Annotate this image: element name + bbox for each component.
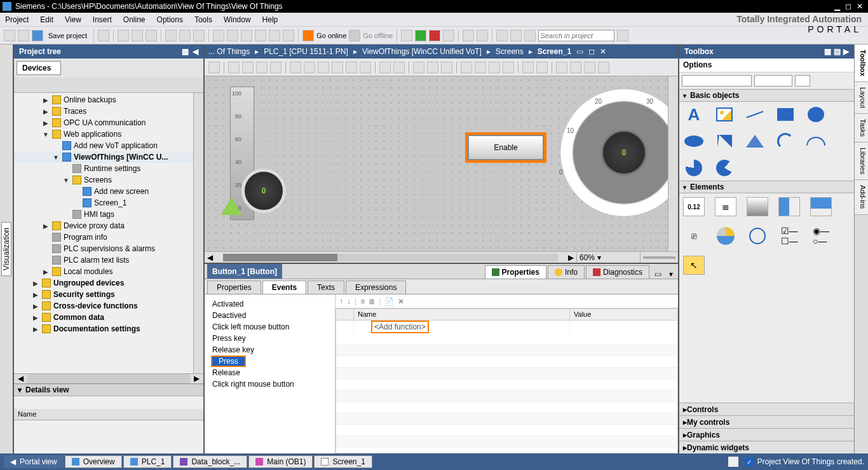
fn-indent-icon[interactable]: ≡ xyxy=(360,297,365,306)
upload-icon[interactable] xyxy=(227,30,238,41)
menu-help[interactable]: Help xyxy=(262,15,278,24)
events-list[interactable]: ActivatedDeactivedClick left mouse butto… xyxy=(205,294,336,453)
expand-icon[interactable]: ▶ xyxy=(32,303,39,310)
event-item[interactable]: Click left mouse button xyxy=(205,321,335,333)
tree-item[interactable]: ▶Common data xyxy=(14,312,193,323)
vtab-layout[interactable]: Layout xyxy=(855,82,868,114)
event-item[interactable]: Click right mouse button xyxy=(205,378,335,390)
tree-item[interactable]: Screen_1 xyxy=(14,197,193,209)
pointer-element[interactable]: ↖ xyxy=(683,256,705,275)
ctool-extra-icon[interactable] xyxy=(598,62,609,73)
tree-item[interactable]: ▶Ungrouped devices xyxy=(14,277,193,289)
redo-icon[interactable] xyxy=(193,30,205,41)
image-object[interactable] xyxy=(714,106,735,123)
menu-window[interactable]: Window xyxy=(224,15,251,24)
subtab-properties[interactable]: Properties xyxy=(207,280,261,294)
ctool-flip-v-icon[interactable] xyxy=(270,62,281,73)
menu-tools[interactable]: Tools xyxy=(194,15,212,24)
compile-icon[interactable] xyxy=(241,30,252,41)
expand-icon[interactable]: ▶ xyxy=(42,223,50,230)
subtab-expressions[interactable]: Expressions xyxy=(346,280,406,294)
circle-object[interactable] xyxy=(805,106,827,123)
visualization-tab[interactable]: Visualization xyxy=(1,222,11,276)
ctool-size-h-icon[interactable] xyxy=(427,62,438,73)
fn-down-icon[interactable]: ↓ xyxy=(347,297,351,306)
section-controls[interactable]: ▸Controls xyxy=(679,403,854,415)
style-select[interactable] xyxy=(795,75,810,86)
crumb-2[interactable]: ViewOfThings [WinCC Unified VoT] xyxy=(362,47,482,56)
accessible-devices-icon[interactable] xyxy=(401,30,412,41)
print-icon[interactable] xyxy=(98,30,109,41)
tree-item[interactable]: ▶Local modules xyxy=(14,266,193,277)
search-go-icon[interactable] xyxy=(617,30,628,41)
task-overview[interactable]: Overview xyxy=(65,455,122,468)
panel-collapse-icon[interactable]: ◀ xyxy=(193,47,198,56)
function-table[interactable]: Name Value <Add function> xyxy=(336,308,678,453)
switch-element[interactable] xyxy=(778,197,800,216)
expand-icon[interactable]: ▶ xyxy=(32,314,39,321)
gauge-widget[interactable]: 0 0 10 20 30 40 50 xyxy=(560,89,668,216)
tree-item[interactable]: ▶Online backups xyxy=(14,94,193,106)
simulate-icon[interactable] xyxy=(255,30,266,41)
left-vertical-tab[interactable]: Visualization xyxy=(0,45,14,453)
canvas-hscroll-left[interactable]: ◀ xyxy=(205,253,215,262)
go-online-label[interactable]: Go online xyxy=(316,32,346,39)
vtab-toolbox[interactable]: Toolbox xyxy=(855,45,868,82)
menu-project[interactable]: Project xyxy=(5,15,29,24)
radio-element[interactable]: ◉—○— xyxy=(810,226,832,245)
copy-icon[interactable] xyxy=(132,30,143,41)
devices-tab[interactable]: Devices xyxy=(17,61,61,75)
tree-item[interactable]: ▶OPC UA communication xyxy=(14,117,193,128)
ctool-layers-icon[interactable] xyxy=(584,62,595,73)
delete-icon[interactable] xyxy=(165,30,177,41)
ctool-group-icon[interactable] xyxy=(522,62,534,73)
close-button[interactable]: ✕ xyxy=(854,2,865,11)
tree-item[interactable]: ▶Security settings xyxy=(14,289,193,300)
project-tree[interactable]: ▶Online backups▶Traces▶OPC UA communicat… xyxy=(14,93,193,373)
tab-info[interactable]: Info xyxy=(548,265,585,279)
checkbox-element[interactable]: ☑—☐— xyxy=(778,226,800,245)
crumb-0[interactable]: ... Of Things xyxy=(208,47,250,56)
clock-element[interactable] xyxy=(747,226,768,245)
tree-item[interactable]: ▶Cross-device functions xyxy=(14,300,193,312)
section-dynamic-widgets[interactable]: ▸Dynamic widgets xyxy=(679,441,854,453)
undo-icon[interactable] xyxy=(179,30,191,41)
line-object[interactable] xyxy=(744,106,766,123)
subtab-texts[interactable]: Texts xyxy=(308,280,344,294)
crumb-1[interactable]: PLC_1 [CPU 1511-1 PN] xyxy=(264,47,348,56)
ctool-size-w-icon[interactable] xyxy=(413,62,424,73)
tab-diagnostics[interactable]: Diagnostics xyxy=(586,265,649,279)
tree-item[interactable]: Program info xyxy=(14,232,193,243)
maximize-button[interactable]: ◻ xyxy=(843,2,854,11)
menu-online[interactable]: Online xyxy=(123,15,146,24)
cross-ref-icon[interactable] xyxy=(443,30,454,41)
expand-icon[interactable]: ▼ xyxy=(52,154,60,161)
tree-hscroll[interactable] xyxy=(27,374,190,384)
layout3-icon[interactable] xyxy=(524,30,536,41)
compare-icon[interactable] xyxy=(283,30,294,41)
ctool-rotate-l-icon[interactable] xyxy=(228,62,240,73)
expand-icon[interactable]: ▶ xyxy=(42,108,50,115)
basic-objects-header[interactable]: ▾Basic objects xyxy=(679,89,854,102)
start-cpu-icon[interactable] xyxy=(415,30,426,41)
tree-item[interactable]: Runtime settings xyxy=(14,163,193,174)
ctool-size-wh-icon[interactable] xyxy=(441,62,452,73)
inspector-float-icon[interactable]: ▭ xyxy=(651,270,665,279)
ctool-front-icon[interactable] xyxy=(461,62,472,73)
gauge-element[interactable] xyxy=(715,226,736,245)
tree-item[interactable]: PLC supervisions & alarms xyxy=(14,243,193,254)
enable-button[interactable]: Enable xyxy=(468,135,544,160)
bar-element[interactable] xyxy=(810,197,832,216)
polygon-object[interactable] xyxy=(744,132,766,150)
zoom-control[interactable]: 60%▾ xyxy=(576,253,640,262)
paste-icon[interactable] xyxy=(146,30,157,41)
crumb-4[interactable]: Screen_1 xyxy=(538,47,571,56)
save-icon[interactable] xyxy=(32,30,43,41)
zoom-slider[interactable] xyxy=(643,256,675,259)
ctool-ungroup-icon[interactable] xyxy=(536,62,548,73)
canvas-hscroll[interactable] xyxy=(223,254,558,261)
layout2-icon[interactable] xyxy=(510,30,522,41)
ctool-back-icon[interactable] xyxy=(475,62,486,73)
ctool-align-c-icon[interactable] xyxy=(304,62,315,73)
section-graphics[interactable]: ▸Graphics xyxy=(679,428,854,441)
